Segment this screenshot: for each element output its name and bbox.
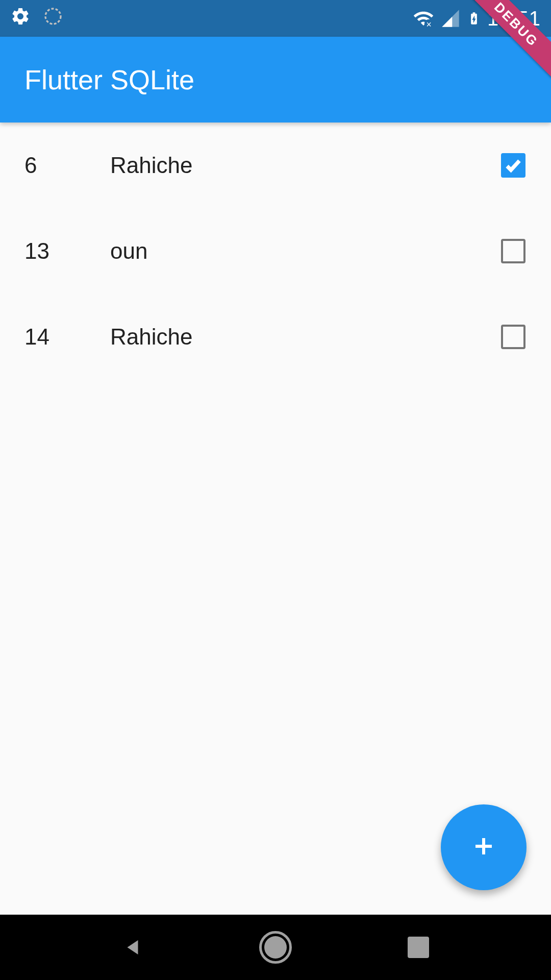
gear-icon: [10, 6, 31, 31]
battery-charging-icon: [467, 7, 481, 30]
status-bar-left: [10, 6, 63, 31]
item-name: oun: [86, 238, 500, 264]
circle-icon: [259, 931, 292, 964]
svg-text:×: ×: [426, 19, 431, 30]
wifi-icon: ×: [413, 8, 434, 29]
list-item[interactable]: 13oun: [0, 208, 551, 294]
item-id: 6: [24, 153, 86, 178]
square-icon: [408, 937, 429, 958]
checkbox-empty-icon: [501, 325, 525, 349]
nav-bar: [0, 915, 551, 980]
nav-back-button[interactable]: [116, 931, 149, 964]
item-checkbox[interactable]: [500, 152, 527, 179]
item-name: Rahiche: [86, 324, 500, 350]
list-item[interactable]: 14Rahiche: [0, 294, 551, 380]
list-item[interactable]: 6Rahiche: [0, 122, 551, 208]
svg-point-0: [45, 9, 61, 24]
nav-recent-button[interactable]: [402, 931, 435, 964]
checkbox-empty-icon: [501, 239, 525, 263]
plus-icon: [471, 834, 496, 861]
item-checkbox[interactable]: [500, 324, 527, 350]
nav-home-button[interactable]: [259, 931, 292, 964]
item-checkbox[interactable]: [500, 238, 527, 264]
status-bar: × 12:51: [0, 0, 551, 37]
app-bar-title: Flutter SQLite: [24, 64, 194, 95]
item-id: 13: [24, 238, 86, 264]
app-bar: Flutter SQLite: [0, 37, 551, 122]
signal-icon: [440, 8, 461, 29]
item-id: 14: [24, 324, 86, 350]
spinner-icon: [43, 6, 63, 31]
content-area[interactable]: 6Rahiche13oun14Rahiche: [0, 122, 551, 915]
item-name: Rahiche: [86, 153, 500, 178]
add-button[interactable]: [441, 804, 527, 890]
checkbox-checked-icon: [501, 153, 525, 178]
